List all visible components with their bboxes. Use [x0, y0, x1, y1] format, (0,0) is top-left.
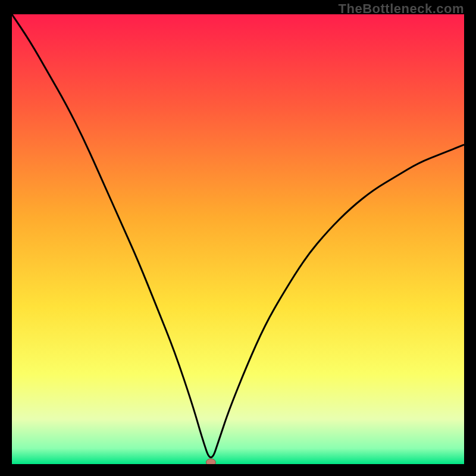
chart-frame: TheBottleneck.com — [0, 0, 476, 476]
plot-area — [12, 14, 464, 464]
bottleneck-chart — [12, 14, 464, 464]
optimal-point-marker — [206, 459, 215, 464]
gradient-background — [12, 14, 464, 464]
